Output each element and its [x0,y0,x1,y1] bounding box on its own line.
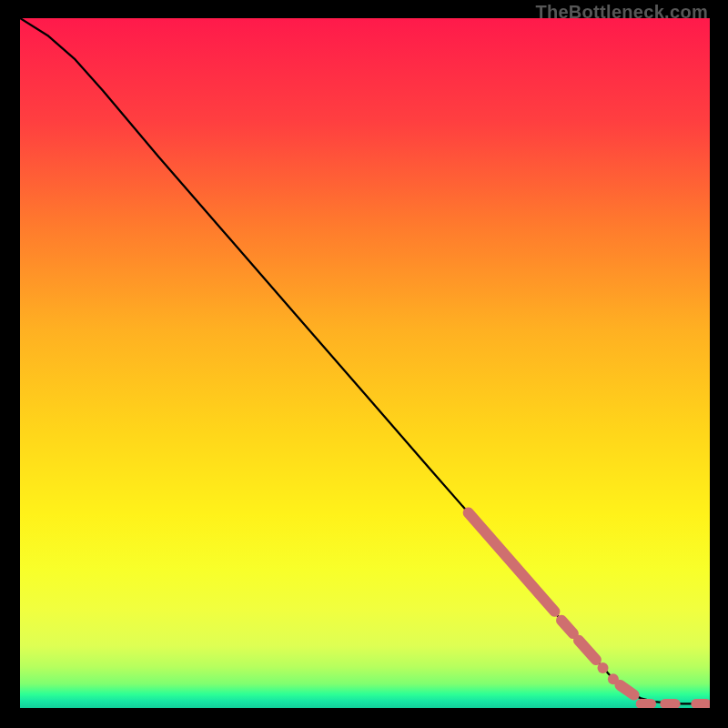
marker-layer [469,512,707,703]
run-segment-2 [561,621,573,633]
chart-panel [18,18,710,710]
run-segment-3 [579,641,596,660]
curve-layer [20,18,710,703]
stage: TheBottleneck.com [0,0,728,728]
run-segment-4 [620,685,633,695]
run-segment-1 [469,512,555,611]
curve-path [20,18,710,703]
chart-svg [20,18,710,708]
dot-1 [598,662,609,673]
